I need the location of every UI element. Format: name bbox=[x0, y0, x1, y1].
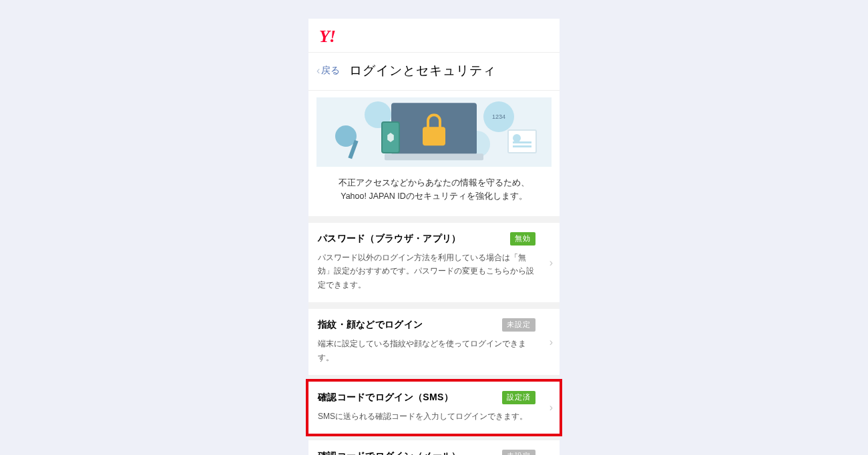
hero-line-2: Yahoo! JAPAN IDのセキュリティを強化します。 bbox=[316, 189, 552, 203]
chevron-right-icon: › bbox=[550, 336, 553, 348]
item-head: 確認コードでログイン（SMS）設定済 bbox=[318, 391, 550, 404]
hero-line-1: 不正アクセスなどからあなたの情報を守るため、 bbox=[316, 176, 552, 189]
key-icon bbox=[335, 125, 357, 147]
settings-item-0[interactable]: パスワード（ブラウザ・アプリ）無効パスワード以外のログイン方法を利用している場合… bbox=[308, 223, 560, 302]
page-title: ログインとセキュリティ bbox=[349, 62, 496, 79]
item-title: 確認コードでログイン（SMS） bbox=[318, 392, 453, 404]
hero-section: 1234 不正アクセスなどからあなたの情報を守るため、 Yahoo! JAPAN… bbox=[308, 91, 560, 216]
item-desc: 端末に設定している指紋や顔などを使ってログインできます。 bbox=[318, 337, 550, 364]
status-badge: 設定済 bbox=[502, 391, 535, 404]
chevron-right-icon: › bbox=[550, 402, 553, 414]
item-title: 確認コードでログイン（メール） bbox=[318, 450, 461, 455]
back-label: 戻る bbox=[321, 65, 340, 77]
lock-icon bbox=[423, 113, 445, 145]
security-illustration: 1234 bbox=[316, 97, 552, 167]
item-head: 確認コードでログイン（メール）未設定 bbox=[318, 450, 550, 455]
settings-item-1[interactable]: 指紋・顔などでログイン未設定端末に設定している指紋や顔などを使ってログインできま… bbox=[308, 309, 560, 375]
mobile-viewport: Y! ‹ 戻る ログインとセキュリティ 1234 不正アクセスなどからあなたの情… bbox=[308, 19, 560, 455]
pin-icon: 1234 bbox=[483, 101, 514, 132]
settings-item-3[interactable]: 確認コードでログイン（メール）未設定設定したメールアドレス宛てに送られる確認コー… bbox=[308, 440, 560, 455]
settings-item-2[interactable]: 確認コードでログイン（SMS）設定済SMSに送られる確認コードを入力してログイン… bbox=[308, 382, 560, 434]
id-card-icon bbox=[507, 129, 537, 153]
chevron-right-icon: › bbox=[550, 257, 553, 269]
chevron-left-icon: ‹ bbox=[316, 65, 320, 76]
item-head: パスワード（ブラウザ・アプリ）無効 bbox=[318, 232, 550, 246]
item-desc: パスワード以外のログイン方法を利用している場合は「無効」設定がおすすめです。パス… bbox=[318, 251, 550, 292]
phone-shield-icon bbox=[381, 121, 400, 153]
item-desc: SMSに送られる確認コードを入力してログインできます。 bbox=[318, 410, 550, 423]
logo-bar: Y! bbox=[308, 19, 560, 53]
back-button[interactable]: ‹ 戻る bbox=[316, 65, 340, 77]
item-title: パスワード（ブラウザ・アプリ） bbox=[318, 233, 461, 245]
status-badge: 無効 bbox=[510, 232, 535, 246]
item-title: 指紋・顔などでログイン bbox=[318, 319, 423, 331]
item-head: 指紋・顔などでログイン未設定 bbox=[318, 318, 550, 332]
hero-text: 不正アクセスなどからあなたの情報を守るため、 Yahoo! JAPAN IDのセ… bbox=[316, 176, 552, 203]
status-badge: 未設定 bbox=[502, 450, 535, 455]
title-bar: ‹ 戻る ログインとセキュリティ bbox=[308, 53, 560, 91]
status-badge: 未設定 bbox=[502, 318, 535, 332]
yahoo-logo: Y! bbox=[319, 27, 335, 46]
